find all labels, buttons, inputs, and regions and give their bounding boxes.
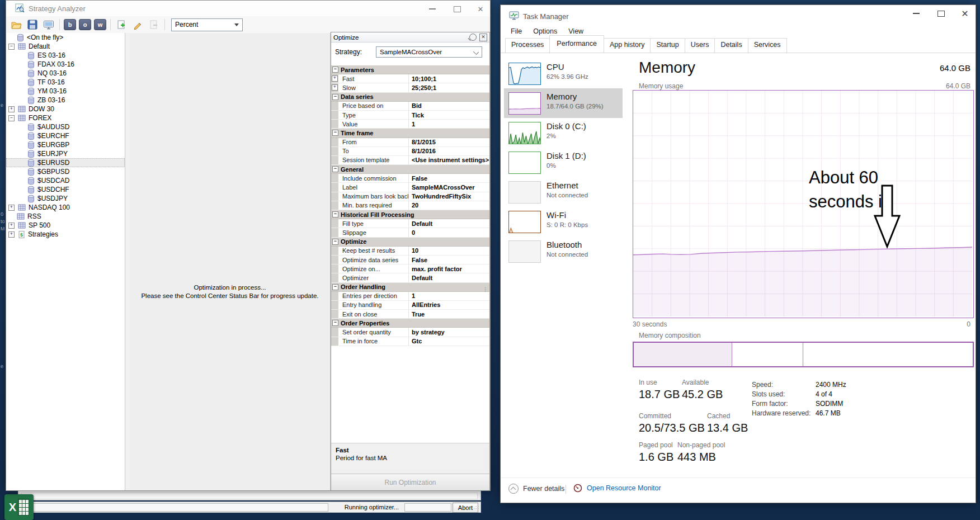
resize-grip[interactable]: .::: [473, 504, 479, 510]
category-collapse-icon[interactable]: −: [332, 94, 338, 100]
property-row[interactable]: Price based onBid: [331, 102, 489, 111]
close-button[interactable]: ✕: [954, 5, 976, 22]
category-collapse-icon[interactable]: −: [332, 166, 338, 172]
splitter-grip[interactable]: …: [484, 287, 490, 292]
tree-expander-icon[interactable]: +: [8, 205, 15, 211]
pin-icon[interactable]: [469, 34, 477, 41]
tree-expander-icon[interactable]: −: [8, 44, 15, 50]
tree-item[interactable]: +$Strategies: [6, 230, 125, 239]
property-value[interactable]: Bid: [409, 102, 489, 110]
property-value[interactable]: False: [409, 256, 489, 264]
tree-item[interactable]: $USDCHF: [6, 185, 125, 194]
property-value[interactable]: TwoHundredFiftySix: [409, 192, 489, 201]
property-row[interactable]: +Fast10;100;1: [331, 74, 489, 83]
tree-item[interactable]: TF 03-16: [6, 78, 125, 87]
title-bar[interactable]: Strategy Analyzer ✕: [6, 1, 490, 17]
property-row[interactable]: Value1: [331, 120, 489, 129]
sidebar-item-disk0[interactable]: Disk 0 (C:)2%: [504, 118, 623, 148]
property-category-row[interactable]: −Data series: [331, 93, 489, 102]
property-row[interactable]: Optimize on...max. profit factor: [331, 264, 489, 273]
tree-item[interactable]: $USDJPY: [6, 194, 125, 203]
tab-details[interactable]: Details: [714, 38, 748, 53]
tree-item[interactable]: $AUDUSD: [6, 122, 125, 131]
property-row[interactable]: Entries per direction1: [331, 292, 489, 301]
fewer-details-button[interactable]: Fewer details: [508, 484, 564, 494]
property-row[interactable]: Slippage0: [331, 228, 489, 237]
property-row[interactable]: TypeTick: [331, 111, 489, 120]
sidebar-item-wifi[interactable]: Wi-FiS: 0 R: 0 Kbps: [504, 207, 623, 237]
display-mode-dropdown[interactable]: Percent: [171, 18, 243, 31]
property-row[interactable]: Time in forceGtc: [331, 337, 489, 346]
maximize-button[interactable]: [930, 5, 952, 22]
tree-item[interactable]: −FOREX: [6, 114, 125, 122]
property-category-row[interactable]: −Time frame: [331, 129, 489, 138]
property-row[interactable]: Keep best # results10: [331, 247, 489, 256]
property-category-row[interactable]: −Historical Fill Processing: [331, 210, 489, 219]
add-button[interactable]: [115, 18, 128, 31]
panel-close-icon[interactable]: ✕: [479, 34, 487, 41]
property-row[interactable]: Exit on closeTrue: [331, 310, 489, 319]
tree-item[interactable]: $EURJPY: [6, 149, 125, 158]
property-category-row[interactable]: −Optimize: [331, 238, 489, 247]
sidebar-item-bluetooth[interactable]: BluetoothNot connected: [504, 237, 623, 266]
menu-item-file[interactable]: File: [505, 26, 527, 36]
tree-item[interactable]: $EURCHF: [6, 131, 125, 140]
tab-startup[interactable]: Startup: [650, 38, 685, 53]
property-value[interactable]: 25;250;1: [409, 83, 489, 92]
property-value[interactable]: 10;100;1: [409, 74, 489, 83]
screenshot-button[interactable]: [42, 18, 55, 31]
property-value[interactable]: max. profit factor: [409, 264, 489, 273]
tree-item[interactable]: +SP 500: [6, 221, 125, 230]
background-horizontal-scrollbar[interactable]: [18, 490, 481, 500]
workspace-button[interactable]: w: [94, 19, 106, 30]
category-collapse-icon[interactable]: −: [332, 239, 338, 245]
tree-expander-icon[interactable]: +: [8, 106, 15, 112]
tree-item[interactable]: <On the fly>: [6, 33, 125, 42]
tab-processes[interactable]: Processes: [505, 38, 550, 53]
remove-button[interactable]: [147, 18, 161, 31]
edit-button[interactable]: [131, 18, 144, 31]
property-category-row[interactable]: −Order Handling: [331, 283, 489, 292]
property-row[interactable]: To8/1/2016: [331, 147, 489, 156]
property-row[interactable]: Entry handlingAllEntries: [331, 301, 489, 310]
tree-item[interactable]: FDAX 03-16: [6, 60, 125, 69]
property-value[interactable]: Default: [409, 273, 489, 282]
property-row[interactable]: Session template<Use instrument settings…: [331, 156, 489, 165]
tab-app-history[interactable]: App history: [604, 38, 651, 53]
property-row[interactable]: Fill typeDefault: [331, 219, 489, 228]
tree-item[interactable]: ZB 03-16: [6, 96, 125, 105]
property-value[interactable]: 8/1/2015: [409, 138, 489, 146]
property-value[interactable]: Tick: [409, 111, 489, 119]
tree-item[interactable]: +NASDAQ 100: [6, 203, 125, 212]
basic-entry-button[interactable]: b: [64, 19, 76, 30]
minimize-button[interactable]: [424, 4, 441, 14]
scrollbar-track[interactable]: [21, 493, 478, 499]
tree-item[interactable]: ES 03-16: [6, 51, 125, 60]
property-category-row[interactable]: −General: [331, 165, 489, 174]
optimize-panel-header[interactable]: Optimize ✕: [331, 32, 489, 42]
maximize-button[interactable]: [449, 4, 465, 14]
property-value[interactable]: Gtc: [409, 337, 489, 346]
save-button[interactable]: [26, 18, 39, 31]
property-row[interactable]: From8/1/2015: [331, 138, 489, 147]
tab-services[interactable]: Services: [748, 38, 787, 53]
tree-expander-icon[interactable]: −: [8, 115, 15, 121]
property-value[interactable]: 20: [409, 201, 489, 210]
property-value[interactable]: by strategy: [409, 328, 489, 336]
tab-users[interactable]: Users: [685, 38, 715, 53]
sidebar-item-disk1[interactable]: Disk 1 (D:)0%: [504, 148, 623, 177]
property-value[interactable]: <Use instrument settings>: [409, 156, 489, 164]
property-value[interactable]: 8/1/2016: [409, 147, 489, 155]
property-value[interactable]: 10: [409, 247, 489, 255]
property-row[interactable]: Maximum bars look backTwoHundredFiftySix: [331, 192, 489, 201]
tab-performance[interactable]: Performance: [549, 35, 604, 53]
order-entry-button[interactable]: o: [79, 19, 91, 30]
sidebar-item-cpu[interactable]: CPU62% 3.96 GHz: [504, 59, 623, 88]
property-row[interactable]: Set order quantityby strategy: [331, 328, 489, 337]
tree-item[interactable]: NQ 03-16: [6, 69, 125, 78]
tree-expander-icon[interactable]: +: [8, 231, 15, 238]
property-value[interactable]: Default: [409, 219, 489, 228]
tree-item[interactable]: +DOW 30: [6, 105, 125, 114]
property-expander-icon[interactable]: +: [332, 84, 338, 91]
property-category-row[interactable]: −Parameters: [331, 65, 489, 74]
